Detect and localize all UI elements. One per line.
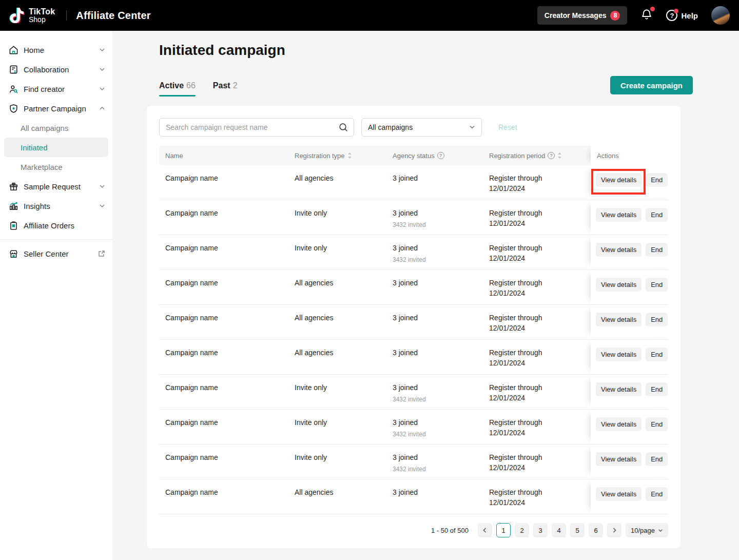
sidebar-item-home[interactable]: Home <box>0 40 112 60</box>
sidebar-item-collaboration[interactable]: Collaboration <box>0 60 112 79</box>
affiliate-orders-icon <box>8 220 18 230</box>
end-button[interactable]: End <box>646 347 668 361</box>
table-row: Campaign name All agencies 3 joined Regi… <box>159 165 668 200</box>
end-button[interactable]: End <box>646 208 668 222</box>
insights-icon <box>8 201 18 211</box>
sidebar-item-marketplace[interactable]: Marketplace <box>4 157 108 177</box>
tab-past[interactable]: Past 2 <box>213 81 238 96</box>
avatar[interactable] <box>711 6 730 25</box>
sidebar-item-find-creator[interactable]: Find creator <box>0 79 112 99</box>
sidebar-item-initiated[interactable]: Initiated <box>4 138 108 157</box>
page-button-6[interactable]: 6 <box>589 523 603 537</box>
cell-registration-type: Invite only <box>288 235 386 269</box>
chevron-down-icon <box>99 203 105 209</box>
search-icon[interactable] <box>338 122 348 134</box>
col-header-registration-period[interactable]: Registration period ? <box>483 152 591 160</box>
page-button-2[interactable]: 2 <box>515 523 529 537</box>
view-details-button[interactable]: View details <box>596 487 641 501</box>
sort-icon[interactable] <box>557 152 562 159</box>
home-icon <box>8 45 18 55</box>
col-header-registration-type[interactable]: Registration type <box>288 152 386 160</box>
sidebar-item-insights[interactable]: Insights <box>0 196 112 216</box>
page-button-1[interactable]: 1 <box>496 523 511 537</box>
view-details-button[interactable]: View details <box>596 452 641 466</box>
question-circle-icon[interactable]: ? <box>548 152 555 159</box>
sidebar-item-seller-center[interactable]: Seller Center <box>0 244 112 263</box>
cell-agency-status: 3 joined3432 invited <box>386 410 483 444</box>
view-details-button[interactable]: View details <box>596 208 641 222</box>
sidebar-label: Find creator <box>24 85 99 93</box>
cell-agency-status: 3 joined <box>386 270 483 304</box>
sidebar-label: Insights <box>24 202 99 210</box>
col-header-name: Name <box>159 152 288 160</box>
sidebar-label: Partner Campaign <box>24 104 99 113</box>
chevron-down-icon <box>99 66 105 72</box>
sidebar-item-partner-campaign[interactable]: Partner Campaign <box>0 99 112 118</box>
cell-actions: View details End <box>591 340 668 374</box>
table-row: Campaign name All agencies 3 joined Regi… <box>159 479 668 514</box>
view-details-button[interactable]: View details <box>596 417 641 431</box>
cell-name: Campaign name <box>159 479 288 514</box>
view-details-button[interactable]: View details <box>596 173 641 187</box>
question-circle-icon[interactable]: ? <box>437 152 444 159</box>
view-details-button[interactable]: View details <box>596 278 641 292</box>
page-button-4[interactable]: 4 <box>552 523 566 537</box>
search-input[interactable] <box>159 118 354 137</box>
sidebar-label: Affiliate Orders <box>24 221 105 230</box>
end-button[interactable]: End <box>646 173 668 187</box>
reset-filters-link[interactable]: Reset <box>498 123 517 131</box>
tiktok-shop-logo[interactable]: TikTok Shop <box>9 8 55 24</box>
notifications-button[interactable] <box>640 8 653 23</box>
end-button[interactable]: End <box>646 278 668 292</box>
sidebar-item-sample-request[interactable]: Sample Request <box>0 177 112 196</box>
cell-actions: View details End <box>591 235 668 269</box>
end-button[interactable]: End <box>646 452 668 466</box>
sidebar-item-all-campaigns[interactable]: All campaigns <box>4 118 108 138</box>
pagination: 1 - 50 of 500 1 2 3 4 5 6 10/page <box>159 523 668 538</box>
sort-icon[interactable] <box>347 152 352 159</box>
cell-agency-status: 3 joined3432 invited <box>386 375 483 409</box>
cell-agency-status: 3 joined <box>386 305 483 339</box>
cell-registration-type: All agencies <box>288 270 386 304</box>
cell-name: Campaign name <box>159 305 288 339</box>
table-row: Campaign name All agencies 3 joined Regi… <box>159 270 668 305</box>
page-button-3[interactable]: 3 <box>533 523 548 537</box>
top-header: TikTok Shop Affiliate Center Creator Mes… <box>0 0 739 31</box>
tiktok-note-icon <box>9 8 25 23</box>
page-button-5[interactable]: 5 <box>570 523 585 537</box>
view-details-button[interactable]: View details <box>596 347 641 361</box>
view-details-button[interactable]: View details <box>596 243 641 257</box>
cell-registration-period: Register through12/01/2024 <box>483 235 591 269</box>
tab-active[interactable]: Active 66 <box>159 81 196 96</box>
sidebar-divider <box>0 239 112 240</box>
next-page-button[interactable] <box>607 523 621 537</box>
table-row: Campaign name Invite only 3 joined3432 i… <box>159 445 668 479</box>
creator-messages-button[interactable]: Creator Messages 8 <box>537 6 628 25</box>
sidebar-item-affiliate-orders[interactable]: Affiliate Orders <box>0 216 112 235</box>
table-row: Campaign name Invite only 3 joined3432 i… <box>159 200 668 235</box>
cell-registration-type: Invite only <box>288 375 386 409</box>
help-dot <box>674 9 678 13</box>
campaign-filter-select[interactable]: All campaigns <box>361 118 482 137</box>
chevron-down-icon <box>469 123 475 131</box>
end-button[interactable]: End <box>646 243 668 257</box>
end-button[interactable]: End <box>646 417 668 431</box>
create-campaign-button[interactable]: Create campaign <box>610 76 693 94</box>
cell-actions: View details End <box>591 375 668 409</box>
cell-registration-type: Invite only <box>288 410 386 444</box>
cell-actions: View details End <box>591 410 668 444</box>
cell-agency-status: 3 joined3432 invited <box>386 445 483 479</box>
chevron-up-icon <box>99 105 105 111</box>
end-button[interactable]: End <box>646 382 668 396</box>
view-details-button[interactable]: View details <box>596 382 641 396</box>
prev-page-button[interactable] <box>478 523 492 537</box>
help-button[interactable]: ? Help <box>666 10 698 21</box>
app-title: Affiliate Center <box>76 10 150 22</box>
view-details-button[interactable]: View details <box>596 313 641 326</box>
end-button[interactable]: End <box>646 487 668 501</box>
end-button[interactable]: End <box>646 313 668 326</box>
campaign-tabs: Active 66 Past 2 <box>159 81 238 96</box>
page-size-select[interactable]: 10/page <box>626 523 668 537</box>
cell-name: Campaign name <box>159 270 288 304</box>
cell-registration-type: Invite only <box>288 200 386 235</box>
